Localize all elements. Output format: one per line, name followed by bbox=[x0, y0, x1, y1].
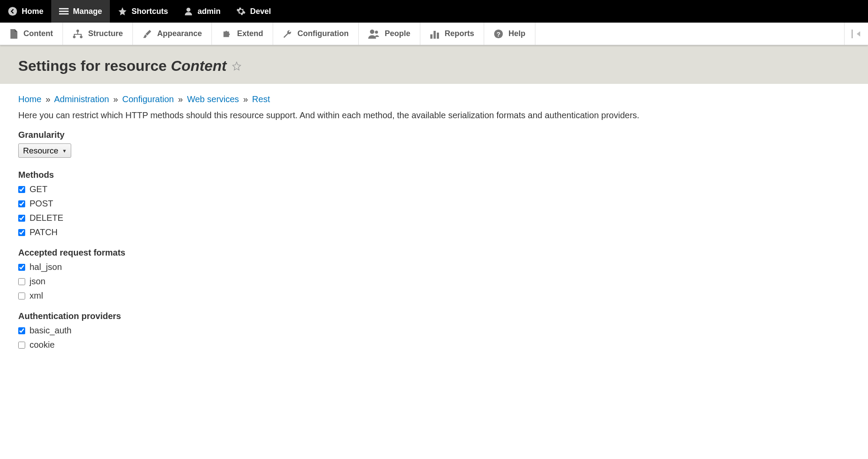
main-content: Home » Administration » Configuration » … bbox=[0, 84, 868, 371]
nav-appearance[interactable]: Appearance bbox=[133, 23, 212, 45]
formats-fieldset-title: Accepted request formats bbox=[18, 248, 850, 258]
breadcrumb-home[interactable]: Home bbox=[18, 94, 41, 104]
toolbar-shortcuts[interactable]: Shortcuts bbox=[110, 0, 176, 23]
star-icon bbox=[118, 7, 127, 16]
nav-configuration[interactable]: Configuration bbox=[273, 23, 359, 45]
toolbar-user-label: admin bbox=[198, 7, 221, 16]
auth-row: cookie bbox=[18, 340, 850, 350]
auth-fieldset-title: Authentication providers bbox=[18, 311, 850, 321]
toolbar-devel-label: Devel bbox=[250, 7, 271, 16]
format-checkbox-hal_json[interactable] bbox=[18, 264, 25, 271]
svg-rect-11 bbox=[434, 31, 436, 39]
svg-rect-1 bbox=[59, 8, 69, 10]
format-label: json bbox=[30, 276, 46, 286]
nav-content[interactable]: Content bbox=[0, 23, 63, 45]
hierarchy-icon bbox=[73, 29, 83, 39]
gear-icon bbox=[236, 7, 246, 16]
bar-chart-icon bbox=[430, 29, 439, 39]
svg-rect-10 bbox=[430, 34, 432, 39]
nav-people[interactable]: People bbox=[359, 23, 420, 45]
svg-point-9 bbox=[375, 30, 378, 33]
nav-structure[interactable]: Structure bbox=[63, 23, 133, 45]
wrench-icon bbox=[283, 29, 292, 39]
shortcut-star-icon[interactable] bbox=[232, 57, 241, 74]
format-label: hal_json bbox=[30, 262, 62, 272]
method-row: POST bbox=[18, 199, 850, 209]
puzzle-icon bbox=[221, 29, 232, 39]
auth-group: basic_authcookie bbox=[18, 326, 850, 350]
help-icon: ? bbox=[494, 29, 503, 39]
svg-rect-2 bbox=[59, 11, 69, 12]
breadcrumb-rest[interactable]: Rest bbox=[252, 94, 270, 104]
method-checkbox-delete[interactable] bbox=[18, 215, 25, 222]
nav-help[interactable]: ? Help bbox=[484, 23, 535, 45]
method-label: POST bbox=[30, 199, 53, 209]
nav-reports[interactable]: Reports bbox=[420, 23, 484, 45]
toolbar-collapse[interactable] bbox=[844, 23, 868, 45]
breadcrumb: Home » Administration » Configuration » … bbox=[18, 94, 850, 104]
svg-point-0 bbox=[8, 7, 17, 16]
chevron-left-circle-icon bbox=[8, 7, 17, 16]
format-row: xml bbox=[18, 291, 850, 301]
toolbar-manage-label: Manage bbox=[73, 7, 102, 16]
toolbar-home-label: Home bbox=[22, 7, 43, 16]
toolbar-shortcuts-label: Shortcuts bbox=[132, 7, 168, 16]
hamburger-icon bbox=[59, 7, 69, 16]
people-icon bbox=[368, 29, 380, 39]
method-row: DELETE bbox=[18, 213, 850, 223]
nav-extend[interactable]: Extend bbox=[212, 23, 273, 45]
auth-label: basic_auth bbox=[30, 326, 72, 336]
auth-row: basic_auth bbox=[18, 326, 850, 336]
toolbar-secondary: Content Structure Appearance Extend Conf… bbox=[0, 23, 868, 45]
format-label: xml bbox=[30, 291, 43, 301]
svg-point-5 bbox=[76, 30, 79, 32]
paintbrush-icon bbox=[142, 29, 152, 39]
method-label: DELETE bbox=[30, 213, 63, 223]
granularity-select[interactable]: Resource bbox=[18, 143, 71, 158]
method-checkbox-post[interactable] bbox=[18, 200, 25, 207]
collapse-left-icon bbox=[851, 30, 861, 38]
svg-rect-12 bbox=[437, 33, 439, 39]
svg-rect-3 bbox=[59, 13, 69, 15]
page-title: Settings for resource Content bbox=[18, 57, 850, 74]
toolbar-user[interactable]: admin bbox=[176, 0, 228, 23]
svg-point-6 bbox=[73, 36, 76, 38]
method-checkbox-patch[interactable] bbox=[18, 229, 25, 236]
format-row: hal_json bbox=[18, 262, 850, 272]
page-description: Here you can restrict which HTTP methods… bbox=[18, 110, 850, 120]
page-header-region: Settings for resource Content bbox=[0, 45, 868, 84]
user-icon bbox=[184, 7, 193, 16]
breadcrumb-config[interactable]: Configuration bbox=[122, 94, 174, 104]
method-label: GET bbox=[30, 184, 47, 194]
auth-checkbox-cookie[interactable] bbox=[18, 342, 25, 349]
method-row: GET bbox=[18, 184, 850, 194]
toolbar-back-home[interactable]: Home bbox=[0, 0, 51, 23]
methods-fieldset-title: Methods bbox=[18, 170, 850, 180]
method-row: PATCH bbox=[18, 227, 850, 237]
format-checkbox-xml[interactable] bbox=[18, 293, 25, 299]
svg-text:?: ? bbox=[497, 30, 501, 37]
svg-point-7 bbox=[80, 36, 83, 38]
svg-rect-15 bbox=[851, 30, 853, 38]
breadcrumb-admin[interactable]: Administration bbox=[54, 94, 109, 104]
breadcrumb-web[interactable]: Web services bbox=[187, 94, 239, 104]
formats-group: hal_jsonjsonxml bbox=[18, 262, 850, 301]
auth-checkbox-basic_auth[interactable] bbox=[18, 327, 25, 334]
svg-point-4 bbox=[186, 8, 190, 12]
toolbar-devel[interactable]: Devel bbox=[228, 0, 279, 23]
granularity-label: Granularity bbox=[18, 130, 850, 140]
toolbar-top: Home Manage Shortcuts admin Devel bbox=[0, 0, 868, 23]
toolbar-manage[interactable]: Manage bbox=[51, 0, 110, 23]
format-row: json bbox=[18, 276, 850, 286]
format-checkbox-json[interactable] bbox=[18, 278, 25, 285]
svg-point-8 bbox=[370, 30, 374, 34]
auth-label: cookie bbox=[30, 340, 55, 350]
methods-group: GETPOSTDELETEPATCH bbox=[18, 184, 850, 237]
file-icon bbox=[10, 29, 18, 39]
method-checkbox-get[interactable] bbox=[18, 186, 25, 193]
method-label: PATCH bbox=[30, 227, 58, 237]
